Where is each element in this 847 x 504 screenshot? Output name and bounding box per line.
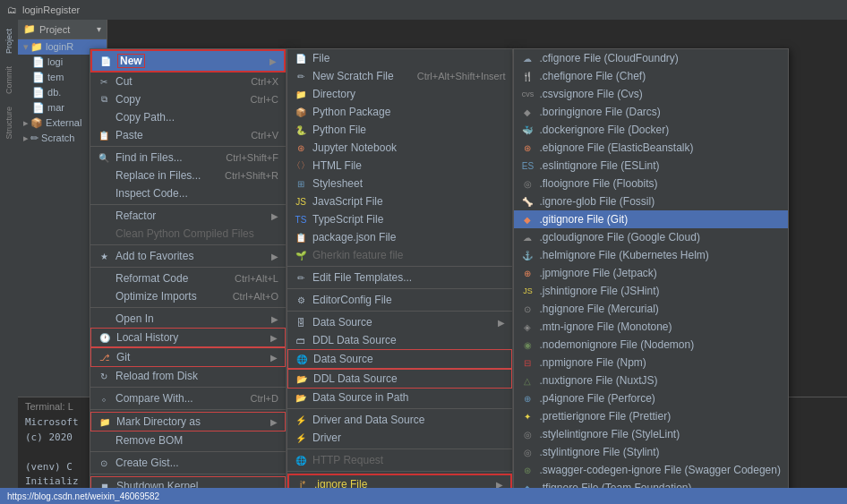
ignore-eslint[interactable]: ES .eslintignore File (ESLint)	[514, 157, 787, 175]
new-jupyter[interactable]: ⊛ Jupyter Notebook	[287, 139, 512, 157]
ignore-prettier[interactable]: ✦ .prettierignore File (Prettier)	[514, 407, 787, 425]
new-package-json-label: package.json File	[312, 231, 396, 243]
new-ds-inpath[interactable]: 📂 Data Source in Path	[287, 389, 512, 406]
ignore-jpm[interactable]: ⊕ .jpmignore File (Jetpack)	[514, 264, 787, 282]
new-jupyter-label: Jupyter Notebook	[312, 141, 397, 154]
sidebar-item-structure[interactable]: Structure	[3, 101, 15, 145]
context-menu-removebom[interactable]: Remove BOM	[90, 431, 286, 449]
gist-label: Create Gist...	[116, 457, 179, 469]
stylint-icon: ◎	[521, 446, 534, 458]
new-ts-file[interactable]: TS TypeScript File	[287, 210, 512, 228]
context-menu-favorites[interactable]: ★ Add to Favorites ▶	[90, 247, 286, 265]
ignore-monotone[interactable]: ◈ .mtn-ignore File (Monotone)	[514, 318, 787, 336]
context-menu: 📄 New ▶ ✂ Cut Ctrl+X ⧉ Copy Ctrl+C Copy …	[90, 48, 287, 504]
context-menu-replace[interactable]: Replace in Files... Ctrl+Shift+R	[90, 167, 286, 184]
driver-ds-icon: ⚡	[295, 414, 307, 426]
favorites-icon: ★	[98, 250, 110, 262]
context-menu-reformat[interactable]: Reformat Code Ctrl+Alt+L	[90, 269, 286, 287]
ignore-nodemon-label: .nodemonignore File (Nodemon)	[539, 338, 694, 351]
ignore-gcloud-label: .gcloudignore File (Google Cloud)	[539, 231, 699, 243]
ignore-cvs[interactable]: cvs .csvsignore File (Cvs)	[514, 85, 787, 103]
context-menu-gist[interactable]: ⊙ Create Gist...	[90, 454, 286, 472]
context-menu-inspect[interactable]: Inspect Code...	[90, 184, 286, 202]
context-menu-compare[interactable]: ⬦ Compare With... Ctrl+D	[90, 389, 286, 407]
context-menu-git[interactable]: ⎇ Git ▶	[90, 347, 286, 367]
npm-icon: ⊟	[521, 356, 534, 369]
context-menu-markdir[interactable]: 📁 Mark Directory as ▶	[90, 412, 286, 431]
favorites-label: Add to Favorites	[116, 250, 193, 262]
ignore-stylelint[interactable]: ◎ .stylelintignore File (StyleLint)	[514, 425, 787, 443]
ts-icon: TS	[295, 213, 307, 226]
ignore-stylint[interactable]: ◎ .stylintignore File (Stylint)	[514, 443, 787, 461]
git-arrow: ▶	[270, 353, 278, 363]
ignore-darcs[interactable]: ◆ .boringignore File (Darcs)	[514, 103, 787, 121]
ignore-cloudfoundry[interactable]: ☁ .cfignore File (CloudFoundry)	[514, 49, 787, 67]
new-stylesheet[interactable]: ⊞ Stylesheet	[287, 175, 512, 192]
ignore-nuxt[interactable]: △ .nuxtignore File (NuxtJS)	[514, 372, 787, 389]
ds-inpath-icon: 📂	[295, 391, 307, 404]
ignore-eb[interactable]: ⊛ .ebignore File (ElasticBeanstalk)	[514, 139, 787, 157]
ignore-npm-label: .npmignore File (Npm)	[539, 356, 646, 369]
new-js-file[interactable]: JS JavaScript File	[287, 192, 512, 210]
new-package-json[interactable]: 📋 package.json File	[287, 228, 512, 246]
new-scratch-file[interactable]: ✏ New Scratch File Ctrl+Alt+Shift+Insert	[287, 67, 512, 85]
sep4	[90, 267, 286, 268]
sidebar-item-commit[interactable]: Commit	[3, 61, 15, 99]
inspect-label: Inspect Code...	[116, 187, 188, 200]
new-sep5	[287, 448, 512, 449]
ignore-hg[interactable]: ⊙ .hgignore File (Mercurial)	[514, 300, 787, 318]
ignore-chef-label: .chefignore File (Chef)	[539, 70, 646, 82]
new-driver[interactable]: ⚡ Driver	[287, 429, 512, 447]
removebom-icon	[98, 434, 110, 447]
new-ds-url[interactable]: 🌐 Data Source	[287, 349, 512, 369]
ignore-jshint[interactable]: JS .jshintignore File (JSHint)	[514, 282, 787, 300]
new-sep3	[287, 311, 512, 312]
context-menu-cut[interactable]: ✂ Cut Ctrl+X	[90, 73, 286, 90]
new-ts-label: TypeScript File	[312, 213, 383, 226]
context-menu-copy[interactable]: ⧉ Copy Ctrl+C	[90, 90, 286, 108]
ignore-helm[interactable]: ⚓ .helmignore File (Kubernetes Helm)	[514, 246, 787, 264]
find-icon: 🔍	[98, 151, 110, 164]
context-menu-openin[interactable]: Open In ▶	[90, 310, 286, 328]
helm-icon: ⚓	[521, 249, 534, 261]
ignore-fossil[interactable]: 🦴 .ignore-glob File (Fossil)	[514, 192, 787, 210]
edit-file-templates[interactable]: ✏ Edit File Templates...	[287, 269, 512, 286]
ignore-swagger[interactable]: ⊛ .swagger-codegen-ignore File (Swagger …	[514, 461, 787, 479]
new-ddl[interactable]: 🗃 DDL Data Source	[287, 331, 512, 349]
clean-icon	[98, 227, 110, 240]
ignore-gcloud[interactable]: ☁ .gcloudignore File (Google Cloud)	[514, 228, 787, 246]
context-menu-find[interactable]: 🔍 Find in Files... Ctrl+Shift+F	[90, 149, 286, 167]
context-menu-localhistory[interactable]: 🕐 Local History ▶	[90, 328, 286, 347]
ignore-p4[interactable]: ⊕ .p4ignore File (Perforce)	[514, 389, 787, 407]
context-menu-new[interactable]: 📄 New ▶	[90, 49, 286, 73]
new-datasource[interactable]: 🗄 Data Source ▶	[287, 313, 512, 331]
ignore-floobits[interactable]: ◎ .flooignore File (Floobits)	[514, 175, 787, 192]
new-sep2	[287, 288, 512, 289]
new-ds-path[interactable]: 📂 DDL Data Source	[287, 369, 512, 389]
hg-icon: ⊙	[521, 303, 534, 315]
replace-shortcut: Ctrl+Shift+R	[207, 170, 278, 181]
find-shortcut: Ctrl+Shift+F	[208, 152, 278, 163]
new-python-file[interactable]: 🐍 Python File	[287, 121, 512, 139]
context-menu-refactor[interactable]: Refactor ▶	[90, 207, 286, 225]
ignore-docker[interactable]: 🐳 .dockerignore File (Docker)	[514, 121, 787, 139]
new-driver-ds[interactable]: ⚡ Driver and Data Source	[287, 411, 512, 429]
new-file[interactable]: 📄 File	[287, 49, 512, 67]
ignore-git[interactable]: ◆ .gitignore File (Git)	[514, 210, 787, 228]
context-menu-copy-path[interactable]: Copy Path...	[90, 108, 286, 126]
new-editorconfig[interactable]: ⚙ EditorConfig File	[287, 291, 512, 309]
context-menu-paste[interactable]: 📋 Paste Ctrl+V	[90, 126, 286, 144]
editorconfig-icon: ⚙	[295, 294, 307, 306]
new-python-package[interactable]: 📦 Python Package	[287, 103, 512, 121]
ignore-chef[interactable]: 🍴 .chefignore File (Chef)	[514, 67, 787, 85]
cf-icon: ☁	[521, 52, 534, 64]
context-menu-optimize[interactable]: Optimize Imports Ctrl+Alt+O	[90, 287, 286, 305]
context-menu-reload[interactable]: ↻ Reload from Disk	[90, 367, 286, 385]
paste-icon: 📋	[98, 129, 110, 141]
new-directory[interactable]: 📁 Directory	[287, 85, 512, 103]
new-html[interactable]: 〈〉 HTML File	[287, 157, 512, 175]
driver-icon: ⚡	[295, 431, 307, 444]
ignore-npm[interactable]: ⊟ .npmignore File (Npm)	[514, 354, 787, 372]
sidebar-item-project[interactable]: Project	[3, 23, 15, 59]
ignore-nodemon[interactable]: ◉ .nodemonignore File (Nodemon)	[514, 336, 787, 354]
